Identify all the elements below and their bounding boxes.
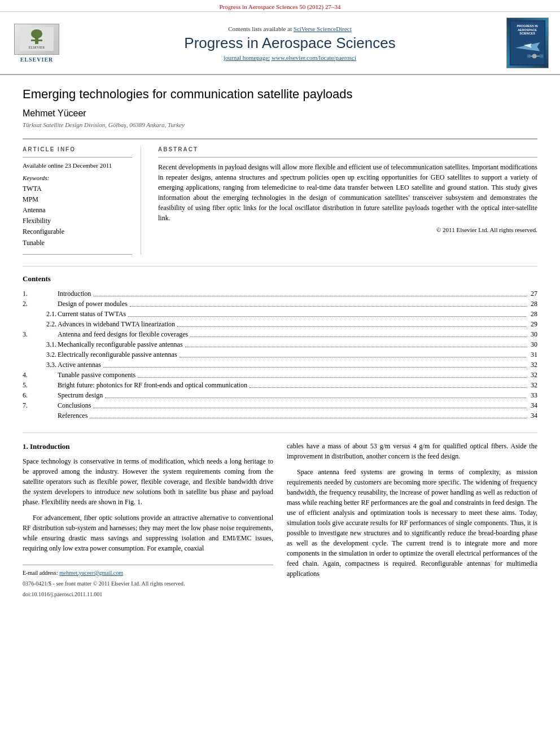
article-author: Mehmet Yüceer bbox=[23, 108, 537, 119]
svg-text:PROGRESS IN: PROGRESS IN bbox=[517, 24, 537, 28]
keyword-mpm: MPM bbox=[23, 194, 132, 205]
article-affiliation: Türksat Satellite Design Division, Gölba… bbox=[23, 121, 537, 128]
available-online: Available online 23 December 2011 bbox=[23, 162, 132, 169]
svg-rect-4 bbox=[38, 40, 42, 41]
cover-image-svg: PROGRESS IN AEROSPACE SCIENCES bbox=[509, 20, 546, 65]
doi-line: doi:10.1016/j.paerosci.2011.11.001 bbox=[23, 590, 273, 599]
toc-sub-1 bbox=[35, 289, 58, 299]
toc-sub-2-2: 2.2. bbox=[35, 320, 58, 330]
elsevier-tree-icon: ELSEVIER bbox=[20, 27, 54, 51]
journal-citation: Progress in Aerospace Sciences 50 (2012)… bbox=[219, 3, 340, 10]
issn-line: 0376-0421/$ - see front matter © 2011 El… bbox=[23, 579, 273, 588]
email-address[interactable]: mehmet.yuceer@gmail.com bbox=[59, 570, 123, 576]
abstract-label: ABSTRACT bbox=[158, 146, 537, 152]
sciverse-link[interactable]: SciVerse ScienceDirect bbox=[294, 25, 352, 32]
svg-rect-14 bbox=[540, 54, 543, 58]
keywords-list: TWTA MPM Antenna Flexibility Reconfigura… bbox=[23, 184, 132, 248]
toc-item-5: 5. Bright future: photonics for RF front… bbox=[23, 381, 537, 391]
journal-top-bar: Progress in Aerospace Sciences 50 (2012)… bbox=[0, 0, 560, 12]
toc-num-6: 6. bbox=[23, 391, 35, 401]
footnote-area: E-mail address: mehmet.yuceer@gmail.com … bbox=[23, 565, 273, 599]
body-section: 1. Introduction Space technology is cons… bbox=[23, 433, 537, 599]
toc-item-references: References 34 bbox=[23, 411, 537, 421]
main-content: Emerging technologies for communication … bbox=[0, 75, 560, 610]
keyword-antenna: Antenna bbox=[23, 205, 132, 216]
contents-section: Contents 1. Introduction 27 bbox=[23, 266, 537, 421]
toc-num-7: 7. bbox=[23, 401, 35, 411]
contents-title: Contents bbox=[23, 274, 537, 283]
keyword-twta: TWTA bbox=[23, 184, 132, 194]
elsevier-text: ELSEVIER bbox=[20, 56, 54, 63]
toc-item-3-1: 3.1. Mechanically reconfigurable passive… bbox=[23, 340, 537, 350]
intro-heading: 1. Introduction bbox=[23, 441, 273, 452]
email-label: E-mail address: bbox=[23, 570, 58, 576]
body-left-col: 1. Introduction Space technology is cons… bbox=[23, 441, 273, 599]
toc-item-2-2: 2.2. Advances in wideband TWTA lineariza… bbox=[23, 320, 537, 330]
journal-title-header: Progress in Aerospace Sciences bbox=[73, 34, 506, 52]
abstract-text: Recent developments in payload designs w… bbox=[158, 162, 537, 223]
page-container: Progress in Aerospace Sciences 50 (2012)… bbox=[0, 0, 560, 747]
toc-num-2: 2. bbox=[23, 299, 35, 309]
email-footnote: E-mail address: mehmet.yuceer@gmail.com bbox=[23, 569, 273, 577]
info-abstract-section: ARTICLE INFO Available online 23 Decembe… bbox=[23, 138, 537, 255]
header-center: Contents lists available at SciVerse Sci… bbox=[73, 25, 506, 61]
toc-num-1: 1. bbox=[23, 289, 35, 299]
toc-item-3: 3. Antenna and feed designs for flexible… bbox=[23, 330, 537, 340]
intro-para-2: For advancement, fiber optic solutions p… bbox=[23, 513, 273, 553]
body-right-col: cables have a mass of about 53 g/m versu… bbox=[287, 441, 537, 599]
article-title: Emerging technologies for communication … bbox=[23, 86, 537, 103]
keyword-tunable: Tunable bbox=[23, 238, 132, 248]
toc-item-6: 6. Spectrum design 33 bbox=[23, 391, 537, 401]
svg-point-1 bbox=[31, 29, 42, 38]
toc-table: 1. Introduction 27 2. bbox=[23, 289, 537, 421]
toc-item-4: 4. Tunable passive components 32 bbox=[23, 370, 537, 381]
article-info-col: ARTICLE INFO Available online 23 Decembe… bbox=[23, 146, 141, 255]
toc-item-3-3: 3.3. Active antennas 32 bbox=[23, 360, 537, 370]
intro-para-1: Space technology is conservative in term… bbox=[23, 456, 273, 507]
svg-rect-13 bbox=[527, 54, 531, 58]
toc-item-2: 2. Design of power modules 28 bbox=[23, 299, 537, 309]
toc-item-1: 1. Introduction 27 bbox=[23, 289, 537, 299]
toc-sub-2-1: 2.1. bbox=[35, 309, 58, 320]
article-info-label: ARTICLE INFO bbox=[23, 146, 132, 152]
copyright-line: © 2011 Elsevier Ltd. All rights reserved… bbox=[158, 226, 537, 233]
toc-num-3: 3. bbox=[23, 330, 35, 340]
elsevier-logo: ELSEVIER ELSEVIER bbox=[11, 24, 62, 63]
toc-sub-3-3: 3.3. bbox=[35, 360, 58, 370]
header-area: ELSEVIER ELSEVIER Contents lists availab… bbox=[0, 12, 560, 75]
journal-cover-image: PROGRESS IN AEROSPACE SCIENCES bbox=[506, 18, 549, 68]
toc-num-5: 5. bbox=[23, 381, 35, 391]
toc-sub-3-1: 3.1. bbox=[35, 340, 58, 350]
svg-rect-3 bbox=[31, 40, 36, 41]
toc-item-3-2: 3.2. Electrically reconfigurable passive… bbox=[23, 350, 537, 360]
contents-available-line: Contents lists available at SciVerse Sci… bbox=[73, 25, 506, 32]
toc-item-2-1: 2.1. Current status of TWTAs 28 bbox=[23, 309, 537, 320]
keyword-flexibility: Flexibility bbox=[23, 216, 132, 226]
abstract-section: ABSTRACT Recent developments in payload … bbox=[158, 146, 537, 255]
svg-text:SCIENCES: SCIENCES bbox=[519, 32, 535, 35]
right-para-1: cables have a mass of about 53 g/m versu… bbox=[287, 441, 537, 461]
keywords-label: Keywords: bbox=[23, 174, 132, 181]
journal-homepage: journal homepage: www.elsevier.com/locat… bbox=[73, 54, 506, 61]
homepage-label: journal homepage: bbox=[224, 54, 270, 61]
toc-item-7: 7. Conclusions 34 bbox=[23, 401, 537, 411]
homepage-url[interactable]: www.elsevier.com/locate/paerosci bbox=[272, 54, 356, 61]
right-para-2: Space antenna feed systems are growing i… bbox=[287, 467, 537, 579]
svg-text:AEROSPACE: AEROSPACE bbox=[518, 28, 537, 32]
toc-title-1: Introduction 27 bbox=[58, 289, 537, 299]
toc-num-4: 4. bbox=[23, 370, 35, 381]
toc-sub-3-2: 3.2. bbox=[35, 350, 58, 360]
svg-text:ELSEVIER: ELSEVIER bbox=[29, 46, 45, 49]
keyword-reconfigurable: Reconfigurable bbox=[23, 226, 132, 237]
elsevier-logo-box: ELSEVIER bbox=[14, 24, 59, 55]
